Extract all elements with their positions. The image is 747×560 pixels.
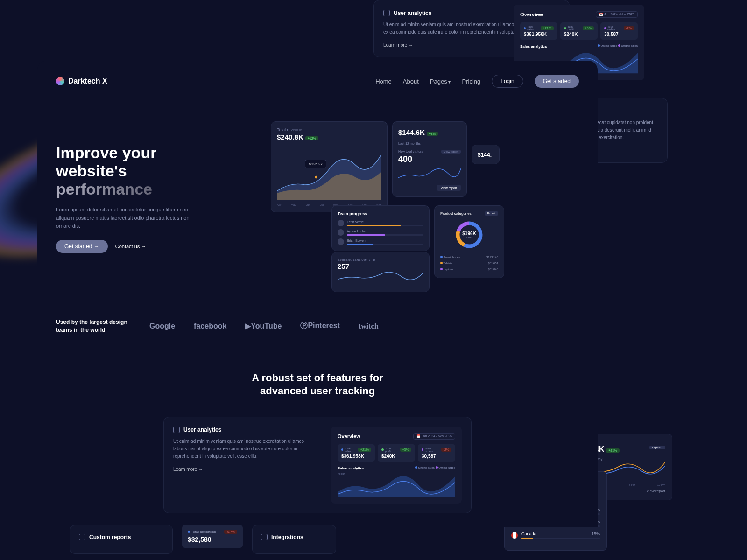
date-range[interactable]: 📅 Jan 2024 - Nov 2025	[413, 433, 455, 440]
date-range[interactable]: 📅 Jan 2024 - Nov 2025	[596, 11, 638, 18]
chart-tooltip: $125.2k	[305, 160, 326, 168]
integrations-icon	[261, 534, 268, 540]
stat-orders: Total orders-2%30,587	[600, 22, 638, 40]
learn-more-link[interactable]: Learn more →	[173, 467, 317, 472]
integrations-card: Integrations	[252, 525, 336, 554]
nav-home[interactable]: Home	[375, 78, 392, 85]
view-report-button[interactable]: View report	[441, 150, 461, 154]
nav-pages[interactable]: Pages	[430, 78, 451, 85]
hero-title: Improve yourwebsite'sperformance	[56, 144, 196, 198]
nav-about[interactable]: About	[403, 78, 419, 85]
logo-facebook: facebook	[194, 322, 226, 330]
logo-youtube: ▶YouTube	[245, 322, 282, 330]
document-icon	[79, 534, 85, 540]
sales-analytics-label: Sales analytics	[520, 44, 547, 49]
user-icon	[383, 10, 390, 16]
overview-title: Overview	[520, 12, 543, 17]
stat-sales: Total sales+21%$361,958K	[520, 22, 557, 40]
logo-twitch: twitch	[359, 322, 379, 330]
logo-pinterest: ⓅPinterest	[300, 321, 339, 331]
hero-subtitle: Lorem ipsum dolor sit amet consectetur c…	[56, 206, 196, 231]
hero-cta[interactable]: Get started →	[56, 240, 108, 253]
country-ca: Canada15%	[511, 532, 600, 539]
logos-text: Used by the largest design teams in the …	[56, 318, 131, 334]
export-button[interactable]: Export ↓	[649, 446, 665, 449]
login-button[interactable]: Login	[492, 75, 523, 88]
custom-reports-card: Custom reports	[70, 525, 173, 554]
view-report-button[interactable]: View report	[437, 185, 461, 191]
brand-logo[interactable]: Darktech X	[56, 77, 107, 85]
export-button[interactable]: Export	[485, 211, 498, 216]
nav-pricing[interactable]: Pricing	[462, 78, 481, 85]
svg-point-4	[315, 176, 317, 179]
get-started-button[interactable]: Get started	[535, 75, 579, 88]
feature-card-analytics: User analytics Ut enim ad minim veniam q…	[163, 417, 472, 513]
logo-google: Google	[149, 322, 175, 330]
features-headline: A robust set of features foradvanced use…	[56, 371, 579, 398]
contact-link[interactable]: Contact us →	[115, 244, 147, 249]
team-progress-title: Team progress	[338, 211, 423, 216]
stat-expenses: Total expenses-8.7%$32,580	[182, 525, 243, 548]
stat-profit: Total profit+5%$240K	[560, 22, 598, 40]
user-analytics-title: User analytics	[394, 10, 431, 16]
user-icon	[173, 427, 180, 433]
